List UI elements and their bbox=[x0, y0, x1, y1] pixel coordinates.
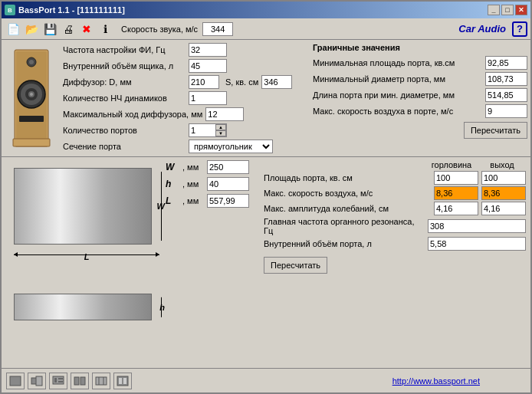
right-bottom: W , мм h , мм L , мм bbox=[166, 160, 526, 365]
footer-btn-5[interactable] bbox=[92, 373, 110, 389]
spinner-arrows: ▲ ▼ bbox=[215, 124, 226, 136]
results-header-row: горловина выход bbox=[264, 160, 526, 169]
svg-rect-10 bbox=[13, 139, 50, 146]
spinner-down-button[interactable]: ▼ bbox=[215, 130, 226, 136]
resonance-val-input[interactable] bbox=[428, 219, 526, 233]
max-speed-val2-input[interactable] bbox=[481, 186, 526, 200]
spinner-up-button[interactable]: ▲ bbox=[215, 124, 226, 130]
new-button[interactable]: 📄 bbox=[5, 21, 21, 38]
footer-btn-1[interactable] bbox=[6, 373, 25, 389]
max-stroke-row: Максимальный ход диффузора, мм bbox=[63, 107, 308, 121]
open-icon: 📂 bbox=[25, 23, 38, 35]
app-icon: B bbox=[5, 5, 15, 15]
resonance-label: Главная частота органного резонанса, Гц bbox=[264, 217, 425, 235]
min-diam-label: Минимальный диаметр порта, мм bbox=[313, 74, 482, 84]
min-area-label: Минимальная площадь порта, кв.см bbox=[313, 58, 482, 67]
w-diagram-label: W bbox=[157, 202, 165, 211]
svg-rect-13 bbox=[36, 376, 42, 386]
l-arrow-left bbox=[14, 252, 18, 257]
max-speed-label: Макс. скорость воздуха в порте, м/с bbox=[313, 107, 482, 116]
maximize-button[interactable]: □ bbox=[501, 5, 514, 15]
footer-icon-1 bbox=[9, 376, 21, 386]
print-button[interactable]: 🖨 bbox=[60, 21, 77, 38]
amplitude-val1-input[interactable] bbox=[434, 202, 478, 215]
footer-btn-6[interactable] bbox=[113, 373, 132, 389]
toolbar: 📄 📂 💾 🖨 ✖ ℹ Скорость звука, м/с Car Audi… bbox=[2, 18, 530, 40]
minimize-button[interactable]: _ bbox=[488, 5, 500, 15]
speed-input[interactable] bbox=[202, 22, 233, 36]
footer-btn-3[interactable] bbox=[49, 373, 67, 389]
open-button[interactable]: 📂 bbox=[23, 21, 40, 38]
delete-button[interactable]: ✖ bbox=[78, 21, 95, 38]
max-stroke-label: Максимальный ход диффузора, мм bbox=[63, 110, 202, 119]
volume-input[interactable] bbox=[189, 59, 227, 73]
svg-rect-20 bbox=[96, 377, 107, 385]
info-icon: ℹ bbox=[103, 23, 107, 35]
close-button[interactable]: ✕ bbox=[515, 5, 527, 15]
boundary-recalc-button[interactable]: Пересчитать bbox=[464, 122, 527, 139]
svg-rect-9 bbox=[19, 116, 44, 122]
min-area-input[interactable] bbox=[485, 56, 527, 70]
title-bar-left: B BassPort 1.1 - [111111111] bbox=[5, 5, 125, 15]
col2-header: выход bbox=[478, 160, 526, 169]
min-diam-input[interactable] bbox=[485, 72, 527, 86]
l-diagram-label: L bbox=[84, 252, 90, 261]
w-unit: , мм bbox=[182, 163, 204, 172]
h-label: h bbox=[166, 179, 179, 189]
svg-rect-15 bbox=[54, 378, 57, 383]
footer-btn-4[interactable] bbox=[71, 373, 89, 389]
whl-and-table: W , мм h , мм L , мм bbox=[166, 160, 526, 365]
amplitude-val2-input[interactable] bbox=[481, 202, 526, 215]
h-input[interactable] bbox=[207, 177, 249, 191]
length-min-label: Длина порта при мин. диаметре, мм bbox=[313, 90, 482, 100]
area-val2-input[interactable] bbox=[481, 171, 526, 185]
port-section-label: Сечение порта bbox=[63, 142, 186, 151]
save-icon: 💾 bbox=[44, 23, 57, 35]
diagram-bottom: h bbox=[14, 294, 152, 320]
info-button[interactable]: ℹ bbox=[97, 21, 113, 38]
amplitude-label: Макс. амплитуда колебаний, см bbox=[264, 204, 431, 213]
main-content: Частота настройки ФИ, Гц Внутренний объё… bbox=[2, 40, 530, 392]
diagram-top: W bbox=[14, 168, 152, 245]
title-bar-controls: _ □ ✕ bbox=[488, 5, 527, 15]
w-input[interactable] bbox=[207, 160, 249, 174]
max-speed-val1-input[interactable] bbox=[434, 186, 478, 200]
l-unit: , мм bbox=[182, 196, 204, 205]
diffusor-d-input[interactable] bbox=[189, 75, 219, 89]
qty-low-input[interactable] bbox=[189, 91, 227, 105]
volume-label: Внутренний объём ящика, л bbox=[63, 61, 186, 71]
port-section-select[interactable]: прямоугольник круглый bbox=[189, 140, 273, 153]
qty-ports-input[interactable] bbox=[189, 124, 215, 136]
w-label: W bbox=[166, 162, 179, 172]
amplitude-result-row: Макс. амплитуда колебаний, см bbox=[264, 202, 526, 215]
results-recalc-button[interactable]: Пересчитать bbox=[264, 257, 327, 274]
speed-container: Скорость звука, м/с bbox=[121, 22, 233, 36]
boundary-title: Граничные значения bbox=[313, 43, 527, 52]
save-button[interactable]: 💾 bbox=[41, 21, 58, 38]
area-val1-input[interactable] bbox=[434, 171, 478, 185]
freq-label: Частота настройки ФИ, Гц bbox=[63, 45, 186, 54]
recalc-button-container: Пересчитать bbox=[264, 255, 526, 274]
footer-link[interactable]: http://www.bassport.net bbox=[392, 376, 480, 386]
length-min-input[interactable] bbox=[485, 88, 527, 102]
l-label: L bbox=[166, 195, 179, 206]
delete-icon: ✖ bbox=[82, 23, 91, 35]
inner-vol-label: Внутренний объём порта, л bbox=[264, 239, 425, 248]
diagram-area: W L h bbox=[6, 160, 159, 365]
l-arrow-right bbox=[156, 252, 159, 257]
min-diam-row: Минимальный диаметр порта, мм bbox=[313, 72, 527, 86]
l-input[interactable] bbox=[207, 194, 249, 208]
freq-input[interactable] bbox=[189, 43, 227, 57]
top-panel: Частота настройки ФИ, Гц Внутренний объё… bbox=[2, 40, 530, 157]
max-speed-result-row: Макс. скорость воздуха, м/с bbox=[264, 186, 526, 200]
freq-row: Частота настройки ФИ, Гц bbox=[63, 43, 308, 57]
inner-vol-val-input[interactable] bbox=[428, 237, 526, 251]
help-button[interactable]: ? bbox=[512, 21, 527, 37]
s-input[interactable] bbox=[261, 75, 292, 89]
length-min-row: Длина порта при мин. диаметре, мм bbox=[313, 88, 527, 102]
max-speed-input[interactable] bbox=[485, 104, 527, 118]
max-stroke-input[interactable] bbox=[205, 107, 244, 121]
footer-btn-2[interactable] bbox=[28, 373, 46, 389]
h-unit: , мм bbox=[182, 179, 204, 189]
col1-header: горловина bbox=[428, 160, 475, 169]
